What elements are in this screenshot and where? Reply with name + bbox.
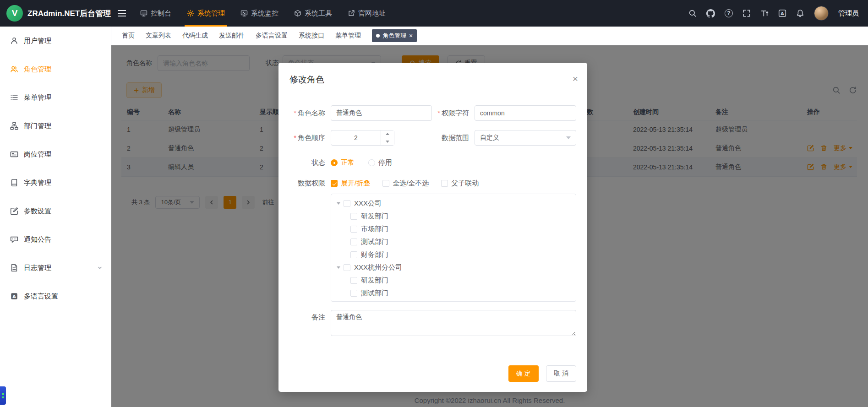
increase-button[interactable] (381, 130, 394, 138)
role-name-field-label: *角色名称 (278, 109, 331, 118)
fullscreen-icon[interactable] (742, 9, 751, 17)
data-scope-select[interactable]: 自定义 (475, 130, 576, 146)
status-field-label: 状态 (278, 158, 331, 167)
nav-item-console[interactable]: 控制台 (132, 0, 179, 27)
dialog-footer: 确 定 取 消 (278, 365, 587, 382)
dialog-close-icon[interactable] (573, 74, 578, 83)
floating-widget[interactable] (0, 386, 6, 405)
cancel-button[interactable]: 取 消 (546, 365, 576, 382)
font-size-icon[interactable] (760, 9, 769, 17)
user-avatar[interactable] (814, 6, 829, 21)
tree-node[interactable]: 市场部门 (331, 222, 576, 235)
sidebar-item-user-management[interactable]: 用户管理 (0, 27, 111, 55)
tree-expand-icon[interactable] (337, 266, 340, 269)
tree-node-checkbox[interactable] (344, 200, 350, 207)
status-radio-normal[interactable]: 正常 (331, 158, 355, 167)
sidebar-item-label: 角色管理 (24, 65, 51, 74)
select-all-checkbox[interactable]: 全选/全不选 (382, 179, 429, 188)
expand-collapse-checkbox[interactable]: 展开/折叠 (331, 179, 370, 188)
sidebar-item-log-management[interactable]: 日志管理 (0, 254, 111, 282)
tree-node-checkbox[interactable] (350, 277, 357, 284)
logo-icon: V (6, 5, 23, 22)
nav-item-system-tools[interactable]: 系统工具 (286, 0, 340, 27)
help-icon[interactable] (725, 9, 733, 17)
monitor-icon (240, 10, 248, 17)
translate-icon: A (10, 292, 18, 300)
tree-node[interactable]: 财务部门 (331, 248, 576, 261)
tree-node[interactable]: XXX杭州分公司 (331, 261, 576, 274)
content-area: 角色名称 状态 角色状态 搜索 重置 (111, 45, 868, 407)
external-link-icon (348, 10, 355, 17)
tab-send-mail[interactable]: 发送邮件 (219, 32, 245, 40)
main-area: 首页 文章列表 代码生成 发送邮件 多语言设置 系统接口 菜单管理 角色管理 角… (111, 27, 868, 407)
parent-child-link-checkbox[interactable]: 父子联动 (441, 179, 479, 188)
tree-node[interactable]: XXX公司 (331, 197, 576, 210)
chat-bubble-icon (10, 235, 18, 244)
nav-item-official-site[interactable]: 官网地址 (340, 0, 393, 27)
dialog-header: 修改角色 (278, 63, 587, 86)
tree-node-checkbox[interactable] (350, 226, 357, 233)
nav-label: 系统工具 (305, 9, 332, 18)
tree-node[interactable]: 测试部门 (331, 235, 576, 248)
users-icon (10, 65, 18, 73)
tab-article-list[interactable]: 文章列表 (146, 32, 171, 40)
sidebar-item-dept-management[interactable]: 部门管理 (0, 112, 111, 140)
github-icon[interactable] (706, 9, 715, 18)
tree-node[interactable]: 测试部门 (331, 287, 576, 299)
sidebar-item-i18n-settings[interactable]: A 多语言设置 (0, 282, 111, 310)
sidebar-item-post-management[interactable]: 岗位管理 (0, 140, 111, 168)
tags-view: 首页 文章列表 代码生成 发送邮件 多语言设置 系统接口 菜单管理 角色管理 (111, 27, 868, 45)
tree-node-checkbox[interactable] (350, 251, 357, 258)
language-icon[interactable]: A (778, 9, 786, 17)
tab-menu-management[interactable]: 菜单管理 (335, 32, 361, 40)
tree-node-checkbox[interactable] (350, 213, 357, 220)
chevron-down-icon (97, 265, 103, 271)
top-nav: 控制台 系统管理 系统监控 系统工具 官网地址 (132, 0, 393, 27)
nav-item-system-management[interactable]: 系统管理 (179, 0, 233, 27)
dialog-role-name-input[interactable] (331, 105, 432, 121)
remark-textarea[interactable]: 普通角色 (331, 310, 576, 336)
sidebar-item-dict-management[interactable]: 字典管理 (0, 168, 111, 197)
username-label[interactable]: 管理员 (838, 9, 859, 18)
nav-label: 控制台 (151, 9, 171, 18)
search-icon[interactable] (688, 9, 697, 17)
sidebar-item-menu-management[interactable]: 菜单管理 (0, 83, 111, 112)
sidebar-item-role-management[interactable]: 角色管理 (0, 55, 111, 83)
sidebar-item-param-settings[interactable]: 参数设置 (0, 197, 111, 225)
bell-icon[interactable] (796, 9, 804, 17)
scope-field-label: 数据范围 (394, 134, 475, 142)
nav-label: 官网地址 (358, 9, 386, 18)
sidebar-item-notice[interactable]: 通知公告 (0, 225, 111, 254)
tab-code-gen[interactable]: 代码生成 (182, 32, 208, 40)
tab-home[interactable]: 首页 (122, 32, 135, 40)
decrease-button[interactable] (381, 138, 394, 146)
tab-i18n-settings[interactable]: 多语言设置 (256, 32, 288, 40)
data-perm-field-label: 数据权限 (278, 179, 331, 188)
tab-system-api[interactable]: 系统接口 (299, 32, 324, 40)
tree-node-checkbox[interactable] (350, 239, 357, 245)
confirm-button[interactable]: 确 定 (508, 365, 539, 382)
chevron-down-icon (566, 136, 571, 139)
hamburger-menu-icon[interactable] (111, 0, 132, 27)
tree-node[interactable]: 研发部门 (331, 210, 576, 222)
tree-node-checkbox[interactable] (350, 290, 357, 297)
gear-icon (187, 10, 194, 17)
tree-expand-icon[interactable] (337, 202, 340, 205)
tree-node-checkbox[interactable] (344, 264, 350, 271)
svg-text:A: A (12, 294, 16, 299)
sidebar-item-label: 日志管理 (24, 264, 51, 272)
tab-role-management[interactable]: 角色管理 (372, 29, 417, 42)
permission-tree: XXX公司 研发部门 市场部门 测试部门 财务部门 XXX杭州分公司 研发部门 … (331, 194, 576, 302)
topbar: V ZRAdmin.NET后台管理 控制台 系统管理 系统监控 系统工具 (0, 0, 868, 27)
svg-text:A: A (781, 11, 784, 16)
edit-square-icon (10, 207, 18, 215)
close-icon[interactable] (409, 33, 413, 39)
tree-node[interactable]: 研发部门 (331, 274, 576, 287)
status-radio-disabled[interactable]: 停用 (368, 158, 392, 167)
book-icon (10, 179, 18, 187)
nav-item-system-monitor[interactable]: 系统监控 (233, 0, 286, 27)
console-icon (140, 10, 147, 17)
app-logo[interactable]: V ZRAdmin.NET后台管理 (0, 5, 111, 22)
role-order-stepper[interactable] (331, 130, 394, 146)
dialog-perm-char-input[interactable] (475, 105, 576, 121)
